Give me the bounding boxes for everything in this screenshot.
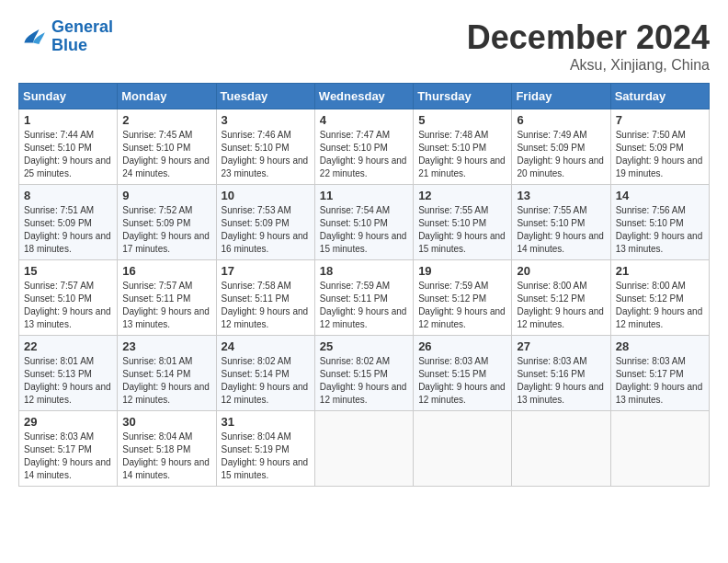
day-info: Sunrise: 7:51 AMSunset: 5:09 PMDaylight:… xyxy=(24,205,111,254)
calendar-day-cell: 4 Sunrise: 7:47 AMSunset: 5:10 PMDayligh… xyxy=(314,109,413,185)
calendar-day-cell: 29 Sunrise: 8:03 AMSunset: 5:17 PMDaylig… xyxy=(19,411,118,487)
calendar-day-header: Tuesday xyxy=(216,84,314,109)
day-info: Sunrise: 7:57 AMSunset: 5:10 PMDaylight:… xyxy=(24,281,111,329)
page-header: General Blue December 2024 Aksu, Xinjian… xyxy=(18,18,710,74)
day-number: 14 xyxy=(616,189,704,202)
day-info: Sunrise: 7:53 AMSunset: 5:09 PMDaylight:… xyxy=(222,205,309,254)
day-number: 29 xyxy=(24,415,112,429)
calendar-day-cell: 5 Sunrise: 7:48 AMSunset: 5:10 PMDayligh… xyxy=(414,109,512,185)
day-number: 13 xyxy=(517,189,605,202)
logo-text: General Blue xyxy=(51,18,113,55)
calendar-day-cell: 18 Sunrise: 7:59 AMSunset: 5:11 PMDaylig… xyxy=(314,260,413,336)
day-number: 8 xyxy=(24,189,112,202)
day-number: 5 xyxy=(418,113,506,127)
day-info: Sunrise: 8:04 AMSunset: 5:19 PMDaylight:… xyxy=(222,431,309,480)
calendar-day-cell: 11 Sunrise: 7:54 AMSunset: 5:10 PMDaylig… xyxy=(314,185,413,260)
day-number: 15 xyxy=(24,264,112,278)
day-info: Sunrise: 7:49 AMSunset: 5:09 PMDaylight:… xyxy=(517,130,604,178)
day-number: 17 xyxy=(222,264,310,278)
calendar-day-cell: 14 Sunrise: 7:56 AMSunset: 5:10 PMDaylig… xyxy=(610,185,709,260)
calendar-day-cell: 16 Sunrise: 7:57 AMSunset: 5:11 PMDaylig… xyxy=(118,260,216,336)
calendar-day-cell: 13 Sunrise: 7:55 AMSunset: 5:10 PMDaylig… xyxy=(512,185,610,260)
calendar-week-row: 15 Sunrise: 7:57 AMSunset: 5:10 PMDaylig… xyxy=(19,260,710,336)
day-number: 11 xyxy=(320,189,408,202)
day-info: Sunrise: 8:03 AMSunset: 5:17 PMDaylight:… xyxy=(616,356,703,405)
calendar-week-row: 1 Sunrise: 7:44 AMSunset: 5:10 PMDayligh… xyxy=(19,109,710,185)
day-number: 3 xyxy=(222,113,310,127)
day-number: 7 xyxy=(616,113,704,127)
calendar-day-header: Thursday xyxy=(414,84,512,109)
day-info: Sunrise: 7:52 AMSunset: 5:09 PMDaylight:… xyxy=(122,205,210,254)
day-number: 21 xyxy=(616,264,704,278)
day-info: Sunrise: 7:59 AMSunset: 5:11 PMDaylight:… xyxy=(320,281,407,329)
day-number: 24 xyxy=(222,339,310,353)
calendar-day-cell: 30 Sunrise: 8:04 AMSunset: 5:18 PMDaylig… xyxy=(118,411,216,487)
day-info: Sunrise: 7:59 AMSunset: 5:12 PMDaylight:… xyxy=(418,281,506,329)
day-info: Sunrise: 8:02 AMSunset: 5:14 PMDaylight:… xyxy=(222,356,309,405)
calendar-day-cell: 26 Sunrise: 8:03 AMSunset: 5:15 PMDaylig… xyxy=(414,336,512,411)
day-number: 30 xyxy=(122,415,210,429)
calendar-day-cell: 15 Sunrise: 7:57 AMSunset: 5:10 PMDaylig… xyxy=(19,260,118,336)
day-info: Sunrise: 7:44 AMSunset: 5:10 PMDaylight:… xyxy=(24,130,111,178)
calendar-day-cell: 23 Sunrise: 8:01 AMSunset: 5:14 PMDaylig… xyxy=(118,336,216,411)
calendar-day-header: Wednesday xyxy=(314,84,413,109)
calendar-day-cell: 8 Sunrise: 7:51 AMSunset: 5:09 PMDayligh… xyxy=(19,185,118,260)
calendar-header-row: SundayMondayTuesdayWednesdayThursdayFrid… xyxy=(19,84,710,109)
calendar-week-row: 8 Sunrise: 7:51 AMSunset: 5:09 PMDayligh… xyxy=(19,185,710,260)
calendar-day-cell: 27 Sunrise: 8:03 AMSunset: 5:16 PMDaylig… xyxy=(512,336,610,411)
day-info: Sunrise: 8:00 AMSunset: 5:12 PMDaylight:… xyxy=(616,281,703,329)
day-number: 16 xyxy=(122,264,210,278)
day-number: 10 xyxy=(222,189,310,202)
day-info: Sunrise: 7:57 AMSunset: 5:11 PMDaylight:… xyxy=(122,281,210,329)
day-info: Sunrise: 8:04 AMSunset: 5:18 PMDaylight:… xyxy=(122,431,210,480)
day-info: Sunrise: 7:58 AMSunset: 5:11 PMDaylight:… xyxy=(222,281,309,329)
day-number: 23 xyxy=(122,339,210,353)
calendar-table: SundayMondayTuesdayWednesdayThursdayFrid… xyxy=(18,83,710,487)
calendar-day-cell xyxy=(610,411,709,487)
calendar-day-cell: 12 Sunrise: 7:55 AMSunset: 5:10 PMDaylig… xyxy=(414,185,512,260)
day-number: 20 xyxy=(517,264,605,278)
logo: General Blue xyxy=(18,18,113,55)
calendar-day-cell: 10 Sunrise: 7:53 AMSunset: 5:09 PMDaylig… xyxy=(216,185,314,260)
day-number: 18 xyxy=(320,264,408,278)
day-info: Sunrise: 7:55 AMSunset: 5:10 PMDaylight:… xyxy=(517,205,604,254)
calendar-day-cell: 9 Sunrise: 7:52 AMSunset: 5:09 PMDayligh… xyxy=(118,185,216,260)
calendar-day-cell xyxy=(414,411,512,487)
day-number: 19 xyxy=(418,264,506,278)
calendar-day-header: Sunday xyxy=(19,84,118,109)
day-info: Sunrise: 8:03 AMSunset: 5:16 PMDaylight:… xyxy=(517,356,604,405)
day-info: Sunrise: 8:01 AMSunset: 5:14 PMDaylight:… xyxy=(122,356,210,405)
day-number: 2 xyxy=(122,113,210,127)
day-info: Sunrise: 7:54 AMSunset: 5:10 PMDaylight:… xyxy=(320,205,407,254)
day-info: Sunrise: 8:00 AMSunset: 5:12 PMDaylight:… xyxy=(517,281,604,329)
day-info: Sunrise: 8:03 AMSunset: 5:15 PMDaylight:… xyxy=(418,356,506,405)
day-number: 26 xyxy=(418,339,506,353)
day-info: Sunrise: 8:02 AMSunset: 5:15 PMDaylight:… xyxy=(320,356,407,405)
calendar-day-header: Saturday xyxy=(610,84,709,109)
day-info: Sunrise: 8:01 AMSunset: 5:13 PMDaylight:… xyxy=(24,356,111,405)
day-info: Sunrise: 7:50 AMSunset: 5:09 PMDaylight:… xyxy=(616,130,703,178)
day-number: 28 xyxy=(616,339,704,353)
calendar-day-cell xyxy=(512,411,610,487)
calendar-day-cell: 24 Sunrise: 8:02 AMSunset: 5:14 PMDaylig… xyxy=(216,336,314,411)
day-number: 4 xyxy=(320,113,408,127)
logo-icon xyxy=(18,22,48,52)
day-number: 27 xyxy=(517,339,605,353)
day-number: 12 xyxy=(418,189,506,202)
calendar-day-cell: 17 Sunrise: 7:58 AMSunset: 5:11 PMDaylig… xyxy=(216,260,314,336)
day-info: Sunrise: 7:55 AMSunset: 5:10 PMDaylight:… xyxy=(418,205,506,254)
calendar-day-cell: 25 Sunrise: 8:02 AMSunset: 5:15 PMDaylig… xyxy=(314,336,413,411)
day-info: Sunrise: 7:56 AMSunset: 5:10 PMDaylight:… xyxy=(616,205,703,254)
title-block: December 2024 Aksu, Xinjiang, China xyxy=(467,18,710,74)
day-number: 6 xyxy=(517,113,605,127)
calendar-day-header: Friday xyxy=(512,84,610,109)
calendar-day-cell: 7 Sunrise: 7:50 AMSunset: 5:09 PMDayligh… xyxy=(610,109,709,185)
day-number: 1 xyxy=(24,113,112,127)
day-number: 31 xyxy=(222,415,310,429)
day-number: 25 xyxy=(320,339,408,353)
day-info: Sunrise: 8:03 AMSunset: 5:17 PMDaylight:… xyxy=(24,431,111,480)
calendar-day-cell: 28 Sunrise: 8:03 AMSunset: 5:17 PMDaylig… xyxy=(610,336,709,411)
calendar-day-cell: 3 Sunrise: 7:46 AMSunset: 5:10 PMDayligh… xyxy=(216,109,314,185)
calendar-day-cell: 2 Sunrise: 7:45 AMSunset: 5:10 PMDayligh… xyxy=(118,109,216,185)
location-title: Aksu, Xinjiang, China xyxy=(467,57,710,74)
